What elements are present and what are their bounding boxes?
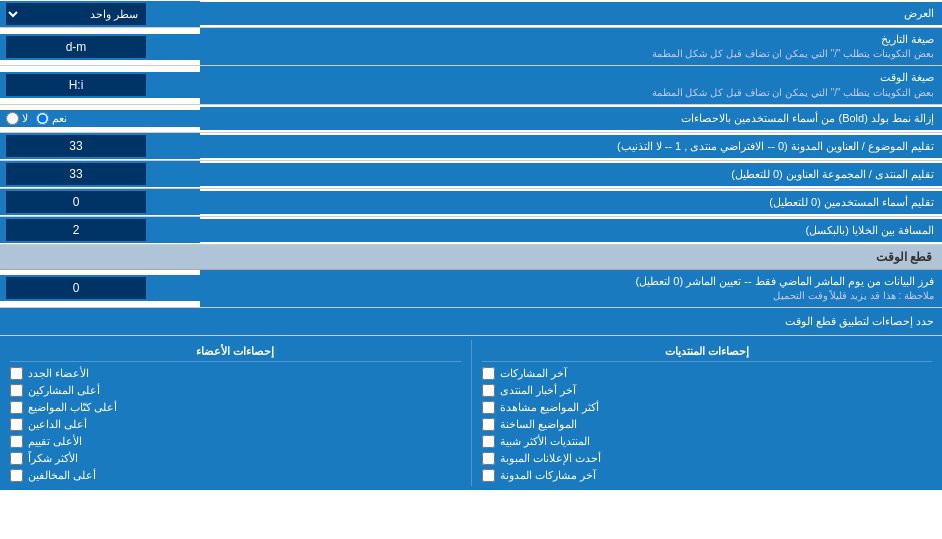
checkbox-item: آخر المشاركات xyxy=(482,365,933,382)
trim-usernames-input-cell xyxy=(0,189,200,215)
cutoff-input-cell xyxy=(0,275,200,301)
checkbox-item: أعلى الداعين xyxy=(10,416,461,433)
apply-label: حدد إحصاءات لتطبيق قطع الوقت xyxy=(0,311,942,332)
radio-yes[interactable] xyxy=(36,112,49,125)
display-dropdown[interactable]: سطر واحد xyxy=(6,3,146,25)
time-format-input-cell xyxy=(0,72,200,98)
checkbox-item: الأعضاء الجدد xyxy=(10,365,461,382)
forum-stats-header: إحصاءات المنتديات xyxy=(482,342,933,362)
checkbox-popular-forums[interactable] xyxy=(482,435,495,448)
checkbox-item: أكثر المواضيع مشاهدة xyxy=(482,399,933,416)
cutoff-input[interactable] xyxy=(6,277,146,299)
checkbox-akthar-mawadee3[interactable] xyxy=(482,401,495,414)
header-dropdown-cell: سطر واحد xyxy=(0,1,200,27)
checkbox-item: أحدث الإعلانات المبوبة xyxy=(482,450,933,467)
checkbox-top-violators[interactable] xyxy=(10,469,23,482)
checkbox-item: المواضيع الساخنة xyxy=(482,416,933,433)
date-format-label: صيغة التاريخ بعض التكوينات يتطلب "/" الت… xyxy=(200,28,942,65)
trim-titles-input-cell xyxy=(0,133,200,159)
time-format-input[interactable] xyxy=(6,74,146,96)
bold-remove-radio-cell: نعم لا xyxy=(0,110,200,127)
member-stats-column: إحصاءات الأعضاء الأعضاء الجدد أعلى المشا… xyxy=(0,340,471,486)
checkbox-new-members[interactable] xyxy=(10,367,23,380)
checkbox-top-rated[interactable] xyxy=(10,435,23,448)
cell-spacing-input-cell xyxy=(0,217,200,243)
checkbox-latest-classified[interactable] xyxy=(482,452,495,465)
forum-stats-column: إحصاءات المنتديات آخر المشاركات آخر أخبا… xyxy=(471,340,943,486)
cutoff-label: فرز البيانات من يوم الماشر الماضي فقط --… xyxy=(200,270,942,307)
checkbox-item: الأعلى تقييم xyxy=(10,433,461,450)
checkbox-item: أعلى المخالفين xyxy=(10,467,461,484)
checkbox-top-referrers[interactable] xyxy=(10,418,23,431)
trim-titles-input[interactable] xyxy=(6,135,146,157)
date-format-input[interactable] xyxy=(6,36,146,58)
bold-remove-label: إزالة نمط بولد (Bold) من أسماء المستخدمي… xyxy=(200,107,942,130)
checkbox-most-thanked[interactable] xyxy=(10,452,23,465)
time-format-label: صيغة الوقت بعض التكوينات يتطلب "/" التي … xyxy=(200,66,942,103)
checkbox-item: آخر أخبار المنتدى xyxy=(482,382,933,399)
radio-no[interactable] xyxy=(6,112,19,125)
apply-row: حدد إحصاءات لتطبيق قطع الوقت xyxy=(0,308,942,336)
cell-spacing-input[interactable] xyxy=(6,219,146,241)
checkbox-akhir-musharakat[interactable] xyxy=(482,367,495,380)
member-stats-header: إحصاءات الأعضاء xyxy=(10,342,461,362)
checkbox-item: أعلى المشاركين xyxy=(10,382,461,399)
radio-yes-label: نعم xyxy=(36,112,67,125)
trim-forum-input-cell xyxy=(0,161,200,187)
trim-titles-label: تقليم الموضوع / العناوين المدونة (0 -- ا… xyxy=(200,135,942,158)
checkbox-akhbar-montada[interactable] xyxy=(482,384,495,397)
checkbox-item: آخر مشاركات المدونة xyxy=(482,467,933,484)
checkbox-item: المنتديات الأكثر شبية xyxy=(482,433,933,450)
cell-spacing-label: المسافة بين الخلايا (بالبكسل) xyxy=(200,219,942,242)
trim-usernames-input[interactable] xyxy=(6,191,146,213)
checkbox-top-topic-writers[interactable] xyxy=(10,401,23,414)
checkbox-item: أعلى كتّاب المواضيع xyxy=(10,399,461,416)
cutoff-section-header: قطع الوقت xyxy=(0,245,942,270)
checkbox-hot-topics[interactable] xyxy=(482,418,495,431)
trim-usernames-label: تقليم أسماء المستخدمين (0 للتعطيل) xyxy=(200,191,942,214)
header-title: العرض xyxy=(200,2,942,25)
trim-forum-label: تقليم المنتدى / المجموعة العناوين (0 للت… xyxy=(200,163,942,186)
checkbox-item: الأكثر شكراً xyxy=(10,450,461,467)
checkboxes-section: إحصاءات المنتديات آخر المشاركات آخر أخبا… xyxy=(0,336,942,490)
checkbox-top-posters[interactable] xyxy=(10,384,23,397)
radio-no-label: لا xyxy=(6,112,28,125)
date-format-input-cell xyxy=(0,34,200,60)
trim-forum-input[interactable] xyxy=(6,163,146,185)
checkbox-blog-posts[interactable] xyxy=(482,469,495,482)
